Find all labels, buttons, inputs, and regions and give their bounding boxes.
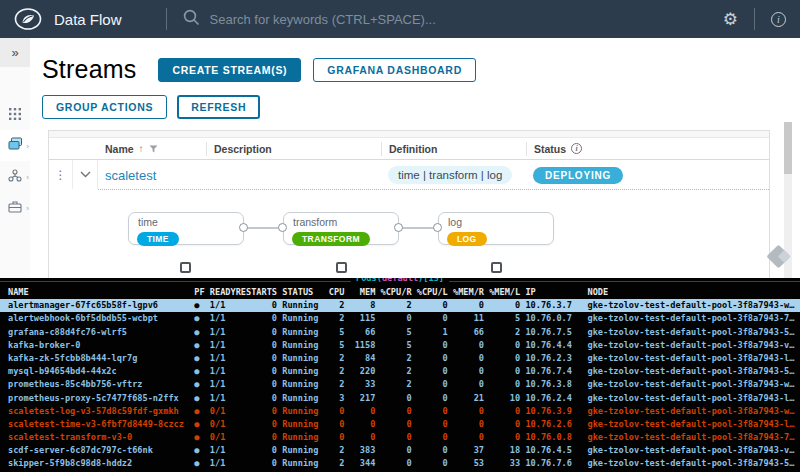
stream-name-link[interactable]: scaletest (98, 168, 156, 183)
create-streams-button[interactable]: CREATE STREAM(S) (158, 58, 301, 82)
node-handle-square[interactable] (336, 262, 347, 273)
pod-row[interactable]: scaletest-log-v3-57d8c59fdf-gxmkh ● 0/1 … (0, 405, 800, 418)
pod-row[interactable]: alertmanager-67fc65b58f-lgpv6 ● 1/1 0 Ru… (0, 299, 800, 312)
sidebar-item-jobs[interactable]: › (0, 192, 30, 223)
node-handle-square[interactable] (491, 262, 502, 273)
stream-definition-pill: time | transform | log (388, 166, 512, 184)
main-content: Streams CREATE STREAM(S) GRAFANA DASHBOA… (30, 38, 800, 278)
row-collapse-chevron-icon[interactable] (73, 160, 98, 189)
k9s-context-label: default (382, 278, 418, 283)
input-port[interactable] (433, 223, 442, 232)
flow-node-transform[interactable]: transform TRANSFORM (283, 212, 399, 245)
search-icon (183, 9, 200, 30)
pod-row[interactable]: prometheus-proxy-5c7477f685-n2ffx ● 1/1 … (0, 392, 800, 405)
pod-row[interactable]: scaletest-time-v3-6fbf7d8449-8czcz ● 0/1… (0, 418, 800, 431)
app-window: Data Flow ⚙ i » (0, 0, 800, 472)
pod-row[interactable]: kafka-broker-0 ● 1/1 0 Running 5 1158 5 … (0, 339, 800, 352)
app-title: Data Flow (54, 11, 122, 28)
pod-row[interactable]: scdf-server-6c87dc797c-t66nk ● 1/1 0 Run… (0, 444, 800, 457)
column-header-definition[interactable]: Definition (381, 142, 526, 156)
navbar-divider (754, 8, 755, 30)
k9s-title-bar: Pods(default)[15] (0, 278, 800, 286)
scrollbar-thumb[interactable] (784, 122, 792, 174)
output-port[interactable] (394, 223, 403, 232)
settings-gear-icon[interactable]: ⚙ (723, 11, 738, 28)
sort-ascending-icon[interactable]: ↑ (139, 143, 144, 154)
node-type-badge: TIME (137, 232, 179, 246)
node-type-badge: TRANSFORM (292, 232, 370, 246)
column-header-status[interactable]: Status i (526, 142, 769, 156)
pod-row[interactable]: alertwebhook-6bf5dbdb55-wcbpt ● 1/1 0 Ru… (0, 312, 800, 325)
sidebar-expand-button[interactable]: » (0, 38, 30, 67)
streams-icon (8, 137, 23, 155)
page-title: Streams (42, 55, 136, 84)
group-actions-button[interactable]: GROUP ACTIONS (42, 95, 167, 119)
chevron-right-icon: › (26, 172, 29, 181)
chevron-right-icon: › (26, 203, 29, 212)
top-navbar: Data Flow ⚙ i (0, 0, 800, 38)
pod-row[interactable]: prometheus-85c4bb756-vftrz ● 1/1 0 Runni… (0, 378, 800, 391)
pod-row[interactable]: grafana-c88d4fc76-wlrf5 ● 1/1 0 Running … (0, 326, 800, 339)
column-header-description[interactable]: Description (206, 142, 381, 156)
sidebar-item-applications[interactable] (0, 99, 30, 130)
refresh-button[interactable]: REFRESH (177, 95, 260, 119)
tasks-icon (8, 168, 22, 186)
flow-node-time[interactable]: time TIME (128, 212, 244, 245)
sidebar-item-tasks[interactable]: › (0, 161, 30, 192)
sidebar-item-streams[interactable]: › (0, 130, 30, 161)
k9s-count-label: [15] (423, 278, 444, 283)
pod-row[interactable]: scaletest-transform-v3-0 ● 0/1 0 Running… (0, 431, 800, 444)
navbar-divider (166, 8, 167, 30)
node-handle-square[interactable] (180, 262, 191, 273)
search-input[interactable] (210, 12, 550, 27)
datagrid-header-row: Name ↑ Description Definition Status (49, 138, 769, 160)
stream-status-badge: DEPLOYING (533, 167, 623, 184)
about-info-icon[interactable]: i (771, 12, 786, 27)
row-actions-kebab-icon[interactable]: ⋮ (49, 160, 73, 189)
apps-grid-icon (9, 106, 21, 124)
pod-table-body: alertmanager-67fc65b58f-lgpv6 ● 1/1 0 Ru… (0, 299, 800, 470)
pod-row[interactable]: kafka-zk-5fcbb8b444-lqr7g ● 1/1 0 Runnin… (0, 352, 800, 365)
chevron-right-icon: › (26, 141, 29, 150)
left-sidebar: » (0, 38, 30, 278)
input-port[interactable] (278, 223, 287, 232)
filter-icon[interactable] (149, 143, 158, 155)
k9s-resource-label: Pods (356, 278, 377, 283)
pod-table-header: NAME PF READYRESTARTS STATUS CPU MEM %CP… (0, 286, 800, 299)
pod-row[interactable]: skipper-5f9b8c98d8-hddz2 ● 1/1 0 Running… (0, 457, 800, 470)
status-info-icon[interactable]: i (571, 143, 582, 154)
node-type-badge: LOG (447, 232, 487, 246)
datagrid-toolbar-strip (49, 131, 769, 138)
flow-node-log[interactable]: log LOG (438, 212, 554, 245)
jobs-briefcase-icon (8, 199, 22, 217)
spring-logo-icon (14, 8, 42, 30)
k9s-terminal[interactable]: Pods(default)[15] NAME PF READYRESTARTS … (0, 278, 800, 472)
pod-row[interactable]: mysql-b94654bd4-44x2c ● 1/1 0 Running 2 … (0, 365, 800, 378)
column-header-name[interactable]: Name ↑ (98, 142, 206, 156)
grafana-dashboard-button[interactable]: GRAFANA DASHBOARD (313, 58, 476, 82)
output-port[interactable] (239, 223, 248, 232)
stream-table-row: ⋮ scaletest time | transform | log DEPLO… (49, 160, 769, 189)
